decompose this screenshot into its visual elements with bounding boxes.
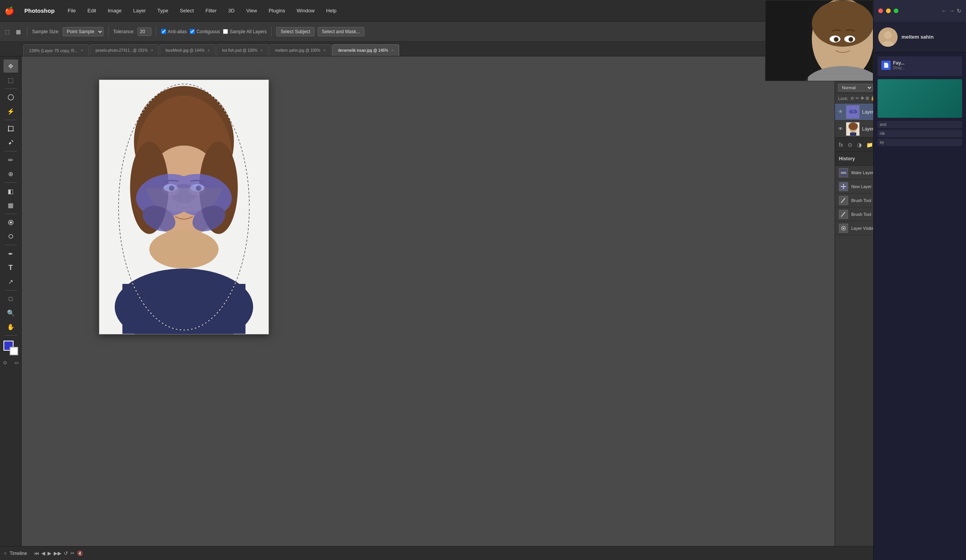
timeline-rewind-btn[interactable]: ⏮ xyxy=(34,550,39,556)
menu-select[interactable]: Select xyxy=(178,6,196,15)
marquee-tool[interactable]: ⬚ xyxy=(3,73,18,87)
tab-3[interactable]: faceMesh.jpg @ 144% × xyxy=(160,44,216,56)
shape-tool[interactable]: □ xyxy=(3,292,18,305)
tab-2[interactable]: pexels-photo-27411...@ 191% × xyxy=(90,44,159,56)
dodge-tool[interactable] xyxy=(3,230,18,243)
color-swatches xyxy=(3,341,18,355)
menu-layer[interactable]: Layer xyxy=(131,6,148,15)
add-style-icon[interactable]: fx xyxy=(837,140,845,149)
timeline-extra-btn1[interactable]: ✂ xyxy=(70,550,75,556)
tab-2-close[interactable]: × xyxy=(151,48,153,53)
hand-tool[interactable]: ✋ xyxy=(3,320,18,333)
add-mask-icon[interactable]: ⊙ xyxy=(846,140,854,149)
zoom-tool[interactable]: 🔍 xyxy=(3,306,18,319)
chrome-card-icon: 📄 xyxy=(881,61,891,70)
move-tool[interactable]: ✥ xyxy=(3,59,18,73)
chrome-card-title: Fay... xyxy=(893,60,905,66)
svg-rect-65 xyxy=(765,0,808,81)
tool-divider6 xyxy=(5,245,17,245)
tab-1[interactable]: 138% (Layer 75 copy, R... × xyxy=(23,44,89,56)
chrome-docs-card[interactable]: 📄 Fay... Dosy... xyxy=(878,56,962,76)
chrome-back-btn[interactable]: ← xyxy=(941,8,947,14)
chrome-item-2[interactable]: nik xyxy=(878,130,962,137)
tab-4-close[interactable]: × xyxy=(260,48,263,53)
chrome-dot-yellow[interactable] xyxy=(886,8,891,13)
lock-position-icon[interactable]: ✥ xyxy=(861,96,864,101)
timeline-play-btn[interactable]: ▶ xyxy=(48,550,51,556)
menu-image[interactable]: Image xyxy=(105,6,124,15)
lock-label: Lock: xyxy=(838,96,848,101)
tool-divider2 xyxy=(5,120,17,120)
tab-5[interactable]: meltem şahin.jpg @ 100% × xyxy=(269,44,332,56)
timeline-prev-btn[interactable]: ◀ xyxy=(41,550,45,556)
timeline-loop-btn[interactable]: ↺ xyxy=(64,550,68,556)
toolbar-icon2[interactable]: ▦ xyxy=(14,27,22,36)
tolerance-label: Tolerance: xyxy=(113,29,134,34)
lock-transparent-icon[interactable]: ⊘ xyxy=(850,96,854,101)
gradient-tool[interactable]: ▦ xyxy=(3,199,18,212)
toolbar-icon1[interactable]: ⬚ xyxy=(3,27,11,36)
tab-6-active[interactable]: denemelik insan.jpg @ 146% × xyxy=(332,44,400,56)
timeline-close-btn[interactable]: × xyxy=(4,551,7,556)
chrome-item-1[interactable]: and xyxy=(878,121,962,128)
select-subject-button[interactable]: Select Subject xyxy=(276,27,315,36)
tab-5-close[interactable]: × xyxy=(323,48,326,53)
clone-tool[interactable]: ⊕ xyxy=(3,167,18,180)
tab-3-close[interactable]: × xyxy=(207,48,210,53)
menu-file[interactable]: File xyxy=(65,6,78,15)
new-fill-icon[interactable]: ◑ xyxy=(855,140,863,149)
sample-all-layers-label: Sample All Layers xyxy=(230,29,267,34)
chrome-content: 📄 Fay... Dosy... and nik ey xyxy=(874,53,966,560)
layer-0-eye-icon[interactable]: 👁 xyxy=(837,126,844,132)
chrome-dot-green[interactable] xyxy=(894,8,898,13)
canvas-area[interactable] xyxy=(22,56,835,546)
chrome-item-3[interactable]: ey xyxy=(878,139,962,146)
timeline-extra-btn2[interactable]: 🔇 xyxy=(77,550,83,556)
layer-1-eye-icon[interactable]: 👁 xyxy=(837,109,844,115)
svg-rect-42 xyxy=(841,173,846,174)
svg-line-4 xyxy=(12,140,13,142)
timeline-fast-forward-btn[interactable]: ▶▶ xyxy=(54,550,61,556)
magic-wand-tool[interactable]: ⚡ xyxy=(3,105,18,118)
select-and-mask-button[interactable]: Select and Mask... xyxy=(318,27,364,36)
quick-mask-btn[interactable]: ⊙ xyxy=(0,358,10,367)
sample-size-dropdown[interactable]: Point Sample 3x3 Average 5x5 Average xyxy=(63,27,104,36)
menu-3d[interactable]: 3D xyxy=(226,6,237,15)
path-select-tool[interactable]: ↗ xyxy=(3,275,18,288)
menu-view[interactable]: View xyxy=(244,6,259,15)
contiguous-checkbox[interactable] xyxy=(190,29,195,34)
menu-filter[interactable]: Filter xyxy=(203,6,219,15)
chrome-forward-btn[interactable]: → xyxy=(949,8,954,14)
tab-1-close[interactable]: × xyxy=(81,48,83,53)
menu-plugins[interactable]: Plugins xyxy=(266,6,287,15)
blend-mode-dropdown[interactable]: Normal Multiply Screen Overlay xyxy=(838,84,873,92)
eraser-tool[interactable]: ◧ xyxy=(3,185,18,198)
tab-4[interactable]: koi fish.psd @ 100% × xyxy=(216,44,269,56)
pen-tool[interactable]: ✒ xyxy=(3,247,18,260)
timeline-title[interactable]: Timeline xyxy=(10,551,27,556)
menu-edit[interactable]: Edit xyxy=(85,6,98,15)
svg-point-18 xyxy=(149,230,218,269)
lock-image-icon[interactable]: ✏ xyxy=(855,96,859,101)
lock-artboard-icon[interactable]: ⊞ xyxy=(866,96,869,101)
menu-help[interactable]: Help xyxy=(324,6,339,15)
svg-point-7 xyxy=(10,221,12,224)
menu-type[interactable]: Type xyxy=(155,6,170,15)
crop-tool[interactable] xyxy=(3,122,18,135)
tolerance-input[interactable] xyxy=(138,27,151,36)
menu-window[interactable]: Window xyxy=(294,6,317,15)
chrome-reload-btn[interactable]: ↻ xyxy=(957,8,961,14)
sample-all-layers-checkbox[interactable] xyxy=(223,29,228,34)
blur-tool[interactable] xyxy=(3,216,18,229)
apple-logo[interactable]: 🍎 xyxy=(5,6,14,15)
toolbar-divider4 xyxy=(271,26,272,37)
background-color[interactable] xyxy=(10,347,18,355)
screen-mode-btn[interactable]: ▭ xyxy=(12,358,22,367)
tab-6-close[interactable]: × xyxy=(391,48,393,53)
text-tool[interactable]: T xyxy=(3,261,18,274)
brush-tool[interactable]: ✏ xyxy=(3,153,18,166)
eyedropper-tool[interactable] xyxy=(3,136,18,149)
chrome-dot-red[interactable] xyxy=(878,8,883,13)
anti-alias-checkbox[interactable] xyxy=(161,29,166,34)
lasso-tool[interactable] xyxy=(3,91,18,104)
